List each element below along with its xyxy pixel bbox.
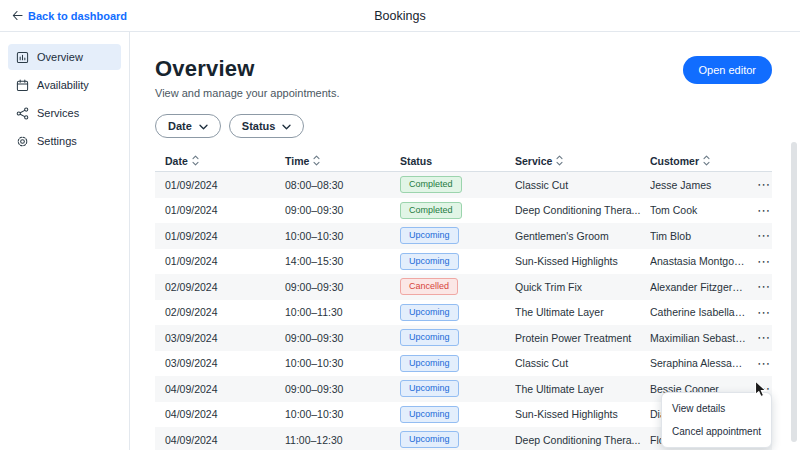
- table-row[interactable]: 01/09/2024 08:00–08:30 Completed Classic…: [155, 172, 772, 198]
- cell-time: 10:00–10:30: [285, 357, 400, 369]
- cell-status: Upcoming: [400, 431, 515, 448]
- cell-service: Classic Cut: [515, 357, 650, 369]
- cell-date: 04/09/2024: [155, 383, 285, 395]
- page-heading: Overview: [155, 56, 339, 82]
- cell-service: Protein Power Treatment: [515, 332, 650, 344]
- row-actions-button[interactable]: ⋯: [755, 255, 772, 268]
- sort-icon[interactable]: [313, 155, 320, 166]
- menu-item-cancel-appointment[interactable]: Cancel appointment: [662, 420, 771, 443]
- cell-service: The Ultimate Layer: [515, 383, 650, 395]
- cell-time: 09:00–09:30: [285, 332, 400, 344]
- cell-service: Sun-Kissed Highlights: [515, 408, 650, 420]
- status-badge: Upcoming: [400, 431, 459, 448]
- cell-customer: Tim Blob: [650, 230, 748, 242]
- sidebar-item-overview[interactable]: Overview: [8, 44, 121, 70]
- page-title: Bookings: [374, 9, 425, 23]
- sidebar-item-label: Availability: [37, 79, 89, 91]
- table-row[interactable]: 03/09/2024 09:00–09:30 Upcoming Protein …: [155, 325, 772, 351]
- status-badge: Upcoming: [400, 380, 459, 397]
- row-actions-button[interactable]: ⋯: [755, 331, 772, 344]
- column-label: Status: [400, 155, 432, 167]
- vertical-scrollbar[interactable]: [791, 142, 797, 442]
- cell-date: 01/09/2024: [155, 255, 285, 267]
- cell-time: 08:00–08:30: [285, 179, 400, 191]
- table-row[interactable]: 02/09/2024 09:00–09:30 Cancelled Quick T…: [155, 274, 772, 300]
- cell-service: Sun-Kissed Highlights: [515, 255, 650, 267]
- cell-date: 03/09/2024: [155, 357, 285, 369]
- back-arrow-icon: [12, 10, 23, 21]
- table-row[interactable]: 03/09/2024 10:00–10:30 Upcoming Classic …: [155, 351, 772, 377]
- cell-time: 09:00–09:30: [285, 204, 400, 216]
- sidebar-item-services[interactable]: Services: [8, 100, 121, 126]
- sidebar-item-label: Overview: [37, 51, 83, 63]
- sort-icon[interactable]: [556, 155, 563, 166]
- row-actions-button[interactable]: ⋯: [755, 306, 772, 319]
- sidebar-item-availability[interactable]: Availability: [8, 72, 121, 98]
- column-header-customer[interactable]: Customer: [650, 155, 748, 167]
- content-header: Overview View and manage your appointmen…: [155, 56, 772, 99]
- cell-date: 04/09/2024: [155, 434, 285, 446]
- column-label: Customer: [650, 155, 699, 167]
- sidebar: Overview Availability Services Settings: [0, 32, 130, 450]
- status-filter[interactable]: Status: [229, 114, 305, 138]
- cell-service: Deep Conditioning Thera...: [515, 434, 650, 446]
- cell-time: 09:00–09:30: [285, 383, 400, 395]
- row-context-menu: View details Cancel appointment: [661, 392, 772, 448]
- status-badge: Upcoming: [400, 406, 459, 423]
- table-row[interactable]: 01/09/2024 09:00–09:30 Completed Deep Co…: [155, 198, 772, 224]
- cell-status: Completed: [400, 176, 515, 193]
- column-header-time[interactable]: Time: [285, 155, 400, 167]
- table-row[interactable]: 01/09/2024 10:00–10:30 Upcoming Gentleme…: [155, 223, 772, 249]
- open-editor-button[interactable]: Open editor: [683, 56, 772, 84]
- cell-customer: Seraphina Alessandra Val...: [650, 357, 748, 369]
- cell-time: 11:00–12:30: [285, 434, 400, 446]
- back-link[interactable]: Back to dashboard: [12, 10, 127, 22]
- row-actions-button[interactable]: ⋯: [755, 357, 772, 370]
- row-actions-button[interactable]: ⋯: [755, 204, 772, 217]
- status-badge: Upcoming: [400, 304, 459, 321]
- cell-date: 01/09/2024: [155, 230, 285, 242]
- date-filter-label: Date: [168, 120, 192, 132]
- row-actions-button[interactable]: ⋯: [755, 280, 772, 293]
- date-filter[interactable]: Date: [155, 114, 221, 138]
- topbar: Back to dashboard Bookings: [0, 0, 800, 32]
- cell-service: Deep Conditioning Thera...: [515, 204, 650, 216]
- cell-date: 02/09/2024: [155, 306, 285, 318]
- sort-icon[interactable]: [703, 155, 710, 166]
- column-label: Service: [515, 155, 552, 167]
- status-badge: Upcoming: [400, 329, 459, 346]
- column-label: Date: [165, 155, 188, 167]
- menu-item-view-details[interactable]: View details: [662, 397, 771, 420]
- table-row[interactable]: 01/09/2024 14:00–15:30 Upcoming Sun-Kiss…: [155, 249, 772, 275]
- status-badge: Cancelled: [400, 278, 458, 295]
- sort-icon[interactable]: [192, 155, 199, 166]
- cell-date: 01/09/2024: [155, 179, 285, 191]
- cell-status: Upcoming: [400, 227, 515, 244]
- cell-status: Cancelled: [400, 278, 515, 295]
- cell-time: 09:00–09:30: [285, 281, 400, 293]
- cell-customer: Anastasia Montgomery-H...: [650, 255, 748, 267]
- column-header-service[interactable]: Service: [515, 155, 650, 167]
- cell-customer: Tom Cook: [650, 204, 748, 216]
- chevron-down-icon: [199, 120, 208, 132]
- cell-service: The Ultimate Layer: [515, 306, 650, 318]
- availability-icon: [16, 79, 29, 92]
- services-icon: [16, 107, 29, 120]
- column-header-status: Status: [400, 155, 515, 167]
- status-badge: Completed: [400, 202, 462, 219]
- status-badge: Upcoming: [400, 355, 459, 372]
- table-row[interactable]: 02/09/2024 10:00–11:30 Upcoming The Ulti…: [155, 300, 772, 326]
- row-actions-button[interactable]: ⋯: [755, 178, 772, 191]
- settings-icon: [16, 135, 29, 148]
- cell-time: 10:00–10:30: [285, 408, 400, 420]
- page-subtitle: View and manage your appointments.: [155, 87, 339, 99]
- overview-icon: [16, 51, 29, 64]
- status-filter-label: Status: [242, 120, 276, 132]
- cell-service: Classic Cut: [515, 179, 650, 191]
- sidebar-item-settings[interactable]: Settings: [8, 128, 121, 154]
- status-badge: Upcoming: [400, 227, 459, 244]
- cell-time: 14:00–15:30: [285, 255, 400, 267]
- row-actions-button[interactable]: ⋯: [755, 229, 772, 242]
- column-header-date[interactable]: Date: [155, 155, 285, 167]
- back-link-label: Back to dashboard: [28, 10, 127, 22]
